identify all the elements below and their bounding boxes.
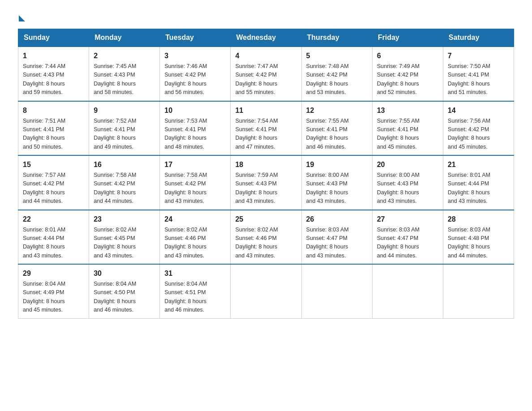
day-info: Sunrise: 8:02 AM Sunset: 4:46 PM Dayligh… [164, 226, 226, 261]
day-number: 21 [448, 159, 509, 170]
day-info: Sunrise: 8:03 AM Sunset: 4:47 PM Dayligh… [306, 226, 368, 261]
calendar-cell: 2 Sunrise: 7:45 AM Sunset: 4:43 PM Dayli… [89, 47, 160, 101]
day-number: 2 [94, 51, 155, 61]
day-info: Sunrise: 7:49 AM Sunset: 4:42 PM Dayligh… [377, 62, 438, 97]
day-info: Sunrise: 8:01 AM Sunset: 4:44 PM Dayligh… [23, 226, 84, 261]
calendar-cell [231, 264, 301, 318]
day-number: 27 [377, 214, 438, 225]
day-info: Sunrise: 8:02 AM Sunset: 4:45 PM Dayligh… [94, 226, 155, 261]
calendar-table: SundayMondayTuesdayWednesdayThursdayFrid… [18, 29, 514, 319]
day-number: 13 [377, 105, 438, 116]
calendar-cell [301, 264, 372, 318]
calendar-cell: 8 Sunrise: 7:51 AM Sunset: 4:41 PM Dayli… [18, 101, 89, 156]
calendar-cell: 22 Sunrise: 8:01 AM Sunset: 4:44 PM Dayl… [18, 210, 89, 265]
day-info: Sunrise: 8:02 AM Sunset: 4:46 PM Dayligh… [235, 226, 296, 261]
calendar-cell: 18 Sunrise: 7:59 AM Sunset: 4:43 PM Dayl… [231, 155, 301, 210]
calendar-cell: 5 Sunrise: 7:48 AM Sunset: 4:42 PM Dayli… [301, 47, 372, 101]
day-header-monday: Monday [89, 29, 160, 47]
day-number: 28 [448, 214, 509, 225]
calendar-cell: 11 Sunrise: 7:54 AM Sunset: 4:41 PM Dayl… [231, 101, 301, 156]
week-row-3: 15 Sunrise: 7:57 AM Sunset: 4:42 PM Dayl… [18, 155, 514, 210]
day-header-saturday: Saturday [443, 29, 514, 47]
day-number: 23 [94, 214, 155, 225]
day-number: 19 [306, 159, 368, 170]
calendar-cell: 16 Sunrise: 7:58 AM Sunset: 4:42 PM Dayl… [89, 155, 160, 210]
calendar-cell: 7 Sunrise: 7:50 AM Sunset: 4:41 PM Dayli… [443, 47, 514, 101]
week-row-5: 29 Sunrise: 8:04 AM Sunset: 4:49 PM Dayl… [18, 264, 514, 318]
week-row-1: 1 Sunrise: 7:44 AM Sunset: 4:43 PM Dayli… [18, 47, 514, 101]
calendar-cell: 31 Sunrise: 8:04 AM Sunset: 4:51 PM Dayl… [160, 264, 231, 318]
day-info: Sunrise: 8:04 AM Sunset: 4:50 PM Dayligh… [94, 280, 155, 315]
calendar-cell: 23 Sunrise: 8:02 AM Sunset: 4:45 PM Dayl… [89, 210, 160, 265]
day-number: 4 [235, 51, 296, 61]
day-number: 1 [23, 51, 84, 61]
day-number: 9 [94, 105, 155, 116]
calendar-cell: 21 Sunrise: 8:01 AM Sunset: 4:44 PM Dayl… [443, 155, 514, 210]
page-header [18, 13, 514, 20]
day-info: Sunrise: 7:46 AM Sunset: 4:42 PM Dayligh… [164, 62, 226, 97]
calendar-cell: 19 Sunrise: 8:00 AM Sunset: 4:43 PM Dayl… [301, 155, 372, 210]
day-info: Sunrise: 7:57 AM Sunset: 4:42 PM Dayligh… [23, 171, 84, 206]
day-number: 15 [23, 159, 84, 170]
day-header-wednesday: Wednesday [231, 29, 301, 47]
calendar-cell: 24 Sunrise: 8:02 AM Sunset: 4:46 PM Dayl… [160, 210, 231, 265]
day-number: 25 [235, 214, 296, 225]
day-number: 7 [448, 51, 509, 61]
day-info: Sunrise: 7:52 AM Sunset: 4:41 PM Dayligh… [94, 117, 155, 152]
day-number: 8 [23, 105, 84, 116]
day-number: 10 [164, 105, 226, 116]
day-number: 22 [23, 214, 84, 225]
day-info: Sunrise: 7:55 AM Sunset: 4:41 PM Dayligh… [377, 117, 438, 152]
day-info: Sunrise: 8:03 AM Sunset: 4:47 PM Dayligh… [377, 226, 438, 261]
day-info: Sunrise: 8:00 AM Sunset: 4:43 PM Dayligh… [377, 171, 438, 206]
day-number: 31 [164, 268, 226, 279]
day-header-thursday: Thursday [301, 29, 372, 47]
day-info: Sunrise: 8:01 AM Sunset: 4:44 PM Dayligh… [448, 171, 509, 206]
day-info: Sunrise: 7:53 AM Sunset: 4:41 PM Dayligh… [164, 117, 226, 152]
day-number: 16 [94, 159, 155, 170]
calendar-cell: 20 Sunrise: 8:00 AM Sunset: 4:43 PM Dayl… [372, 155, 443, 210]
calendar-cell: 10 Sunrise: 7:53 AM Sunset: 4:41 PM Dayl… [160, 101, 231, 156]
header-row: SundayMondayTuesdayWednesdayThursdayFrid… [18, 29, 514, 47]
calendar-cell [372, 264, 443, 318]
day-info: Sunrise: 7:47 AM Sunset: 4:42 PM Dayligh… [235, 62, 296, 97]
day-info: Sunrise: 8:04 AM Sunset: 4:49 PM Dayligh… [23, 280, 84, 315]
day-number: 14 [448, 105, 509, 116]
calendar-cell: 15 Sunrise: 7:57 AM Sunset: 4:42 PM Dayl… [18, 155, 89, 210]
day-info: Sunrise: 7:50 AM Sunset: 4:41 PM Dayligh… [448, 62, 509, 97]
day-info: Sunrise: 7:45 AM Sunset: 4:43 PM Dayligh… [94, 62, 155, 97]
day-number: 5 [306, 51, 368, 61]
calendar-cell: 27 Sunrise: 8:03 AM Sunset: 4:47 PM Dayl… [372, 210, 443, 265]
calendar-cell: 29 Sunrise: 8:04 AM Sunset: 4:49 PM Dayl… [18, 264, 89, 318]
day-header-tuesday: Tuesday [160, 29, 231, 47]
day-number: 30 [94, 268, 155, 279]
day-number: 17 [164, 159, 226, 170]
calendar-cell: 14 Sunrise: 7:56 AM Sunset: 4:42 PM Dayl… [443, 101, 514, 156]
day-info: Sunrise: 7:44 AM Sunset: 4:43 PM Dayligh… [23, 62, 84, 97]
week-row-2: 8 Sunrise: 7:51 AM Sunset: 4:41 PM Dayli… [18, 101, 514, 156]
calendar-cell: 4 Sunrise: 7:47 AM Sunset: 4:42 PM Dayli… [231, 47, 301, 101]
day-number: 20 [377, 159, 438, 170]
day-info: Sunrise: 8:04 AM Sunset: 4:51 PM Dayligh… [164, 280, 226, 315]
day-number: 26 [306, 214, 368, 225]
day-header-friday: Friday [372, 29, 443, 47]
day-number: 12 [306, 105, 368, 116]
calendar-cell: 1 Sunrise: 7:44 AM Sunset: 4:43 PM Dayli… [18, 47, 89, 101]
day-info: Sunrise: 7:54 AM Sunset: 4:41 PM Dayligh… [235, 117, 296, 152]
day-info: Sunrise: 8:00 AM Sunset: 4:43 PM Dayligh… [306, 171, 368, 206]
day-info: Sunrise: 7:58 AM Sunset: 4:42 PM Dayligh… [94, 171, 155, 206]
day-header-sunday: Sunday [18, 29, 89, 47]
day-info: Sunrise: 7:59 AM Sunset: 4:43 PM Dayligh… [235, 171, 296, 206]
day-number: 11 [235, 105, 296, 116]
logo-arrow-icon [19, 15, 25, 21]
calendar-cell: 6 Sunrise: 7:49 AM Sunset: 4:42 PM Dayli… [372, 47, 443, 101]
day-info: Sunrise: 7:58 AM Sunset: 4:42 PM Dayligh… [164, 171, 226, 206]
logo [18, 13, 25, 20]
day-info: Sunrise: 7:51 AM Sunset: 4:41 PM Dayligh… [23, 117, 84, 152]
calendar-cell: 28 Sunrise: 8:03 AM Sunset: 4:48 PM Dayl… [443, 210, 514, 265]
day-number: 29 [23, 268, 84, 279]
calendar-cell: 9 Sunrise: 7:52 AM Sunset: 4:41 PM Dayli… [89, 101, 160, 156]
day-info: Sunrise: 7:55 AM Sunset: 4:41 PM Dayligh… [306, 117, 368, 152]
day-info: Sunrise: 8:03 AM Sunset: 4:48 PM Dayligh… [448, 226, 509, 261]
week-row-4: 22 Sunrise: 8:01 AM Sunset: 4:44 PM Dayl… [18, 210, 514, 265]
